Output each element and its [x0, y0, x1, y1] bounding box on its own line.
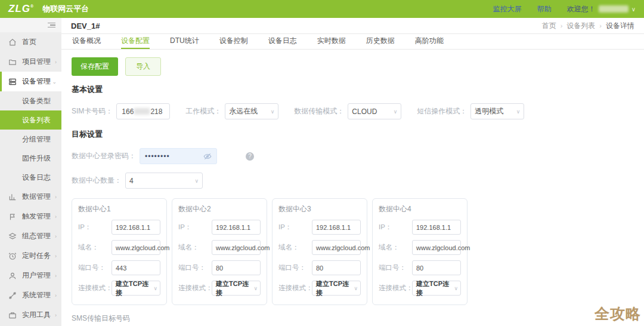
breadcrumb-device-detail: 设备详情	[606, 21, 634, 31]
main-content: DEV_1# 首页 › 设备列表 › 设备详情 设备概况 设备配置 DTU统计 …	[61, 18, 644, 326]
datacenter-title: 数据中心4	[379, 204, 461, 214]
sidebar-item-scada-mgmt[interactable]: 组态管理 ›	[0, 226, 61, 246]
sidebar-item-devices[interactable]: 设备管理 ⌄	[0, 72, 61, 91]
breadcrumb-home[interactable]: 首页	[542, 21, 556, 31]
dc1-ip-input[interactable]: 192.168.1.1	[112, 220, 160, 235]
tab-history-data[interactable]: 历史数据	[366, 34, 395, 49]
monitor-screen-link[interactable]: 监控大屏	[493, 4, 522, 14]
tab-advanced[interactable]: 高阶功能	[415, 34, 444, 49]
dc4-port-input[interactable]: 80	[412, 260, 461, 275]
dc1-port-input[interactable]: 443	[112, 260, 160, 275]
chevron-right-icon: ›	[55, 253, 57, 259]
chevron-down-icon: ∨	[153, 285, 157, 291]
import-button[interactable]: 导入	[125, 57, 161, 76]
sidebar-subitem-device-log[interactable]: 设备日志	[0, 168, 61, 187]
tab-device-overview[interactable]: 设备概况	[72, 34, 101, 49]
sidebar-item-scheduled-tasks[interactable]: 定时任务 ›	[0, 246, 61, 266]
sidebar: 首页 项目管理 › 设备管理 ⌄ 设备类型 设备列表 分组管理 固件升级 设备日…	[0, 18, 61, 326]
sms-op-mode-select[interactable]: 透明模式 ∨	[470, 103, 524, 119]
datacenter-count-label: 数据中心数量：	[72, 176, 122, 186]
device-tabs: 设备概况 设备配置 DTU统计 设备控制 设备日志 实时数据 历史数据 高阶功能	[61, 34, 644, 50]
sidebar-item-trigger-mgmt[interactable]: 触发管理 ›	[0, 207, 61, 226]
dc2-ip-input[interactable]: 192.168.1.1	[212, 220, 261, 235]
basic-settings-title: 基本设置	[72, 84, 634, 95]
datacenter-count-select[interactable]: 4 ∨	[125, 173, 203, 189]
tab-realtime-data[interactable]: 实时数据	[317, 34, 346, 49]
datacenter-title: 数据中心3	[278, 204, 361, 214]
sidebar-item-home[interactable]: 首页	[0, 32, 61, 52]
menu-fold-icon[interactable]	[48, 21, 55, 29]
dc2-port-input[interactable]: 80	[212, 260, 261, 275]
data-transfer-mode-select[interactable]: CLOUD ∨	[348, 103, 401, 119]
datacenter-card-2: 数据中心2 IP： 192.168.1.1 域名： www.zlgcloud.c…	[172, 198, 267, 305]
save-config-button[interactable]: 保存配置	[72, 57, 118, 76]
chevron-down-icon: ∨	[516, 109, 521, 115]
datacenter-password-label: 数据中心登录密码：	[72, 151, 136, 161]
dc3-mode-select[interactable]: 建立TCP连接 ∨	[312, 281, 361, 296]
breadcrumb: 首页 › 设备列表 › 设备详情	[542, 21, 634, 31]
welcome-text: 欢迎您！	[567, 4, 596, 14]
dc1-domain-input[interactable]: www.zlgcloud.com	[112, 240, 160, 255]
flag-icon	[8, 213, 17, 221]
chevron-down-icon: ∨	[631, 6, 636, 13]
datacenter-title: 数据中心1	[78, 204, 160, 214]
target-settings-title: 目标设置	[72, 129, 634, 140]
tab-device-log[interactable]: 设备日志	[268, 34, 297, 49]
breadcrumb-device-list[interactable]: 设备列表	[566, 21, 595, 31]
tab-device-config[interactable]: 设备配置	[121, 34, 150, 49]
sidebar-subitem-group-mgmt[interactable]: 分组管理	[0, 130, 61, 149]
work-mode-select[interactable]: 永远在线 ∨	[225, 103, 278, 119]
chevron-right-icon: ›	[55, 273, 57, 279]
device-icon	[8, 78, 17, 86]
tools-icon	[8, 291, 17, 300]
chevron-right-icon: ›	[55, 59, 57, 65]
tab-device-control[interactable]: 设备控制	[219, 34, 248, 49]
platform-title: 物联网云平台	[42, 4, 89, 14]
dc4-ip-input[interactable]: 192.168.1.1	[412, 220, 461, 235]
sidebar-subitem-firmware-upgrade[interactable]: 固件升级	[0, 149, 61, 168]
sim-number-label: SIM卡号码：	[72, 106, 113, 116]
datacenter-cards: 数据中心1 IP： 192.168.1.1 域名： www.zlgcloud.c…	[72, 198, 634, 305]
sim-number-input[interactable]: 166 218	[116, 103, 170, 119]
data-transfer-mode-label: 数据传输模式：	[294, 106, 344, 116]
briefcase-icon	[8, 311, 17, 319]
chevron-down-icon: ∨	[354, 285, 358, 291]
sidebar-item-utilities[interactable]: 实用工具 ›	[0, 305, 61, 325]
zlg-logo: ZLG®	[8, 3, 34, 15]
layers-icon	[8, 232, 17, 241]
device-title: DEV_1#	[71, 21, 100, 30]
dc2-mode-select[interactable]: 建立TCP连接 ∨	[212, 281, 261, 296]
sidebar-subitem-device-list[interactable]: 设备列表	[0, 110, 61, 130]
sidebar-subitem-device-type[interactable]: 设备类型	[0, 91, 61, 110]
dc2-domain-input[interactable]: www.zlgcloud.com	[212, 240, 261, 255]
chevron-down-icon: ∨	[194, 178, 199, 184]
sidebar-item-system-mgmt[interactable]: 系统管理 ›	[0, 285, 61, 305]
help-link[interactable]: 帮助	[537, 4, 552, 14]
app-header: ZLG® 物联网云平台 监控大屏 帮助 欢迎您！ ∨	[0, 0, 644, 18]
sidebar-item-user-mgmt[interactable]: 用户管理 ›	[0, 266, 61, 285]
sim-redacted	[134, 108, 150, 115]
chevron-right-icon: ›	[55, 293, 57, 299]
datacenter-password-input[interactable]: ••••••••	[140, 148, 217, 164]
sidebar-item-projects[interactable]: 项目管理 ›	[0, 52, 61, 72]
sidebar-item-data-mgmt[interactable]: 数据管理 ›	[0, 187, 61, 207]
home-icon	[8, 38, 17, 47]
watermark: 全攻略	[595, 304, 641, 324]
help-icon[interactable]: ?	[246, 152, 254, 161]
dc4-mode-select[interactable]: 建立TCP连接 ∨	[412, 281, 461, 296]
user-menu[interactable]: 欢迎您！ ∨	[567, 4, 636, 14]
chevron-right-icon: ›	[55, 312, 57, 318]
dc3-domain-input[interactable]: www.zlgcloud.com	[312, 240, 361, 255]
chevron-down-icon: ∨	[271, 109, 275, 115]
dc3-ip-input[interactable]: 192.168.1.1	[312, 220, 361, 235]
eye-off-icon[interactable]	[203, 152, 212, 161]
sms-section-title: SMS传输目标号码	[72, 313, 634, 324]
dc3-port-input[interactable]: 80	[312, 260, 361, 275]
chevron-right-icon: ›	[55, 233, 57, 239]
datacenter-card-3: 数据中心3 IP： 192.168.1.1 域名： www.zlgcloud.c…	[272, 198, 367, 305]
chevron-down-icon: ⌄	[52, 79, 57, 85]
dc1-mode-select[interactable]: 建立TCP连接 ∨	[112, 281, 160, 296]
dc4-domain-input[interactable]: www.zlgcloud.com	[412, 240, 461, 255]
tab-dtu-stats[interactable]: DTU统计	[170, 34, 199, 49]
sms-op-mode-label: 短信操作模式：	[417, 106, 467, 116]
